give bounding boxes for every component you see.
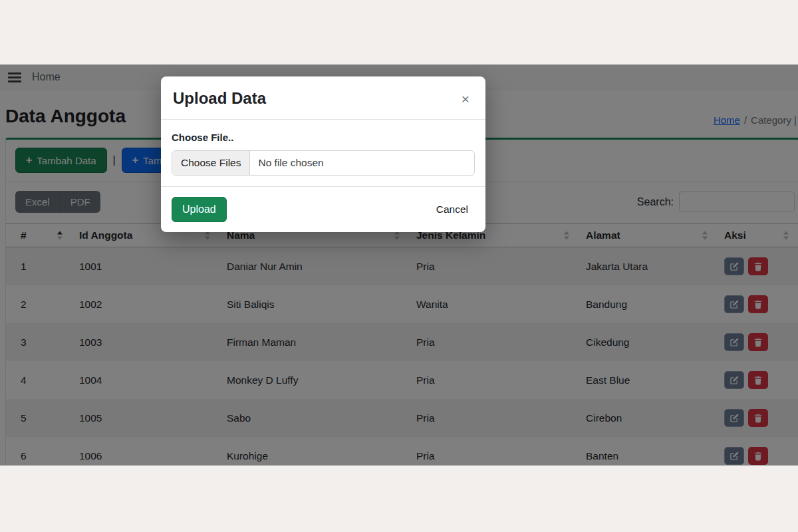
file-input[interactable]: Choose Files No file chosen [172,150,475,176]
modal-header: Upload Data × [161,76,485,120]
file-field-label: Choose File.. [172,132,475,143]
screenshot-frame: Home Data Anggota Home/Category | + Tamb… [0,0,798,532]
browser-page: Home Data Anggota Home/Category | + Tamb… [0,65,798,466]
modal-body: Choose File.. Choose Files No file chose… [161,120,485,186]
choose-files-button[interactable]: Choose Files [172,151,250,175]
upload-modal: Upload Data × Choose File.. Choose Files… [161,76,485,232]
close-icon[interactable]: × [460,90,471,107]
modal-footer: Upload Cancel [161,186,485,232]
modal-title: Upload Data [173,89,266,108]
file-status-text: No file chosen [250,151,331,175]
cancel-button[interactable]: Cancel [430,198,475,221]
upload-button[interactable]: Upload [172,197,227,222]
